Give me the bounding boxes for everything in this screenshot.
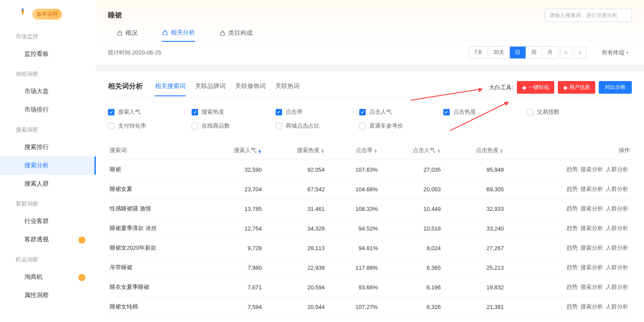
header-tab[interactable]: 概况 [117, 29, 138, 42]
metric-checkbox[interactable]: 在线商品数 [192, 122, 275, 130]
bag-icon [117, 30, 123, 36]
time-range-button[interactable]: 30天 [488, 47, 510, 58]
chevron-down-icon: ▾ [626, 50, 628, 55]
action-link[interactable]: 趋势 [566, 166, 578, 173]
sidebar-item[interactable]: 市场大盘 [0, 82, 96, 101]
sub-tab[interactable]: 关联修饰词 [235, 82, 266, 96]
sidebar-item[interactable]: 市场排行 [0, 101, 96, 119]
user-info-button[interactable]: ◉用户信息 [558, 81, 595, 94]
action-link[interactable]: 人群分析 [606, 224, 628, 232]
action-link[interactable]: 人群分析 [606, 205, 628, 213]
action-link[interactable]: 人群分析 [606, 283, 628, 291]
bag-icon [162, 30, 168, 36]
sidebar-item[interactable]: 搜索排行 [0, 138, 96, 156]
action-link[interactable]: 搜索分析 [580, 166, 603, 173]
checkbox-icon [276, 123, 282, 129]
sidebar-item[interactable]: 属性洞察 [0, 286, 96, 305]
action-link[interactable]: 人群分析 [606, 264, 628, 271]
one-click-convert-button[interactable]: ◉一键转化 [517, 81, 554, 94]
action-link[interactable]: 搜索分析 [580, 244, 603, 252]
sidebar-section-title: 市场监控 [0, 28, 96, 45]
sidebar-item[interactable]: 搜索分析 [0, 156, 96, 175]
checkbox-icon [359, 109, 366, 115]
action-link[interactable]: 趋势 [566, 244, 578, 252]
sort-icon: ▲▼ [499, 149, 504, 153]
action-link[interactable]: 人群分析 [606, 303, 628, 311]
action-link[interactable]: 趋势 [566, 185, 578, 193]
metric-checkbox[interactable]: 点击人气 [359, 108, 443, 116]
sidebar-item[interactable]: 淘商机 [0, 268, 96, 286]
sort-icon: ▲▼ [436, 149, 441, 153]
metrics-checkboxes: 搜索人气搜索热度点击率点击人气点击热度交易指数支付转化率在线商品数商城点击占比直… [108, 98, 632, 141]
metric-checkbox[interactable]: 搜索热度 [192, 108, 275, 116]
notification-dot-icon [78, 237, 85, 244]
page-title: 睡裙 [108, 11, 122, 20]
sidebar: 版本说明 市场监控监控看板供给洞察市场大盘市场排行搜索洞察搜索排行搜索分析搜索人… [0, 0, 96, 322]
table-header[interactable]: 操作 [507, 141, 632, 160]
metric-checkbox[interactable]: 搜索人气 [108, 108, 192, 116]
user-icon: ◉ [563, 85, 567, 91]
sidebar-item[interactable]: 搜索人群 [0, 175, 96, 193]
time-range-button[interactable]: 周 [526, 47, 542, 58]
action-link[interactable]: 搜索分析 [580, 205, 603, 213]
action-link[interactable]: 人群分析 [606, 185, 628, 193]
metric-checkbox[interactable]: 点击热度 [443, 108, 527, 116]
metric-checkbox[interactable]: 商城点击占比 [276, 122, 359, 130]
keyword-cell: 睡裙女2020年新款 [108, 238, 202, 258]
search-input[interactable] [545, 9, 632, 22]
sort-icon: ▲▼ [320, 149, 325, 153]
sidebar-section-title: 搜索洞察 [0, 122, 96, 138]
sub-tab[interactable]: 关联品牌词 [195, 82, 226, 96]
table-row: 睡裙女2020年新款9,72828,11394.81%8,02427,267趋势… [108, 238, 632, 258]
table-header[interactable]: 搜索词 [108, 141, 202, 160]
table-header[interactable]: 点击率▲▼ [328, 141, 381, 160]
metric-checkbox[interactable]: 直通车参考价 [359, 122, 443, 130]
sidebar-item[interactable]: 监控看板 [0, 45, 96, 63]
metric-checkbox[interactable]: 支付转化率 [108, 122, 192, 130]
table-header[interactable]: 点击人气▲▼ [381, 141, 445, 160]
sub-tab[interactable]: 相关搜索词 [155, 82, 185, 96]
chart-icon: ◉ [522, 85, 526, 91]
analysis-panel: 相关词分析 相关搜索词关联品牌词关联修饰词关联热词 大白工具: ◉一键转化 ◉用… [96, 71, 644, 322]
table-header[interactable]: 点击热度▲▼ [444, 141, 507, 160]
sidebar-item[interactable]: 客群透视 [0, 230, 96, 249]
compare-analysis-button[interactable]: 对比分析 [599, 81, 632, 94]
checkbox-icon [443, 109, 450, 115]
action-link[interactable]: 搜索分析 [580, 264, 603, 271]
header-tab[interactable]: 相关分析 [162, 29, 195, 42]
action-link[interactable]: 人群分析 [606, 166, 628, 173]
action-link[interactable]: 搜索分析 [580, 303, 603, 311]
sidebar-item[interactable]: 行业客群 [0, 212, 96, 230]
checkbox-icon [276, 109, 282, 115]
action-link[interactable]: 趋势 [566, 283, 578, 291]
terminal-select[interactable]: 所有终端 ▾ [598, 47, 632, 58]
metric-checkbox[interactable]: 点击率 [276, 108, 359, 116]
keyword-cell: 睡裙女纯棉 [108, 297, 202, 317]
keyword-cell: 吊带睡裙 [108, 258, 202, 278]
version-badge[interactable]: 版本说明 [32, 9, 62, 20]
time-range-button[interactable]: 日 [510, 47, 526, 58]
metric-checkbox[interactable]: 交易指数 [527, 108, 610, 116]
sub-tab[interactable]: 关联热词 [275, 82, 300, 96]
header-tab[interactable]: 类目构成 [219, 29, 253, 42]
time-range-button[interactable]: 7天 [469, 47, 488, 58]
keyword-cell: 睡裙女夏 [108, 180, 202, 199]
checkbox-icon [527, 109, 533, 115]
action-link[interactable]: 搜索分析 [580, 185, 603, 193]
table-header[interactable]: 搜索人气▲▼ [202, 141, 266, 160]
action-link[interactable]: 趋势 [566, 224, 578, 232]
action-link[interactable]: 趋势 [566, 205, 578, 213]
top-header: 睡裙 概况相关分析类目构成 [96, 0, 644, 40]
action-link[interactable]: 趋势 [566, 264, 578, 271]
action-link[interactable]: 搜索分析 [580, 224, 603, 232]
table-row: 性感睡裙骚 激情13,78531,461108.33%10,44932,933趋… [108, 199, 632, 219]
action-link[interactable]: 人群分析 [606, 244, 628, 252]
action-link[interactable]: 趋势 [566, 303, 578, 311]
action-link[interactable]: 搜索分析 [580, 283, 603, 291]
time-range-button[interactable]: 月 [542, 47, 558, 58]
sidebar-section-title: 客群洞察 [0, 196, 96, 212]
prev-button[interactable]: < [560, 47, 572, 59]
panel-tools: 大白工具: ◉一键转化 ◉用户信息 对比分析 [489, 81, 632, 97]
next-button[interactable]: > [574, 47, 586, 59]
table-header[interactable]: 搜索热度▲▼ [265, 141, 328, 160]
